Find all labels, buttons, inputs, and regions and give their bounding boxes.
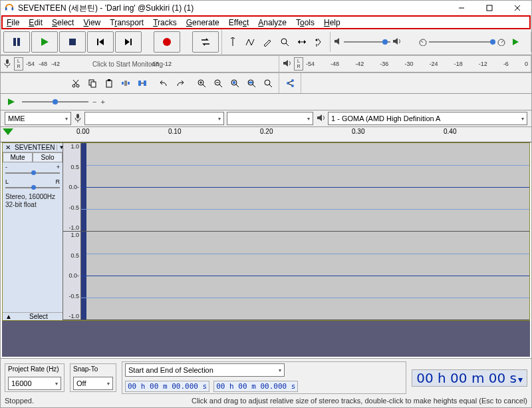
record-meter[interactable]: LR -54 -48 -42 Click to Start Monitoring… — [1, 56, 279, 72]
pause-button[interactable] — [3, 31, 30, 53]
svg-point-61 — [265, 80, 270, 85]
skip-end-button[interactable] — [115, 31, 142, 53]
play-at-speed-icon[interactable] — [5, 95, 18, 108]
gain-plus-icon: + — [100, 98, 104, 106]
play-speed-button[interactable] — [507, 34, 523, 50]
snap-combo[interactable]: Off▾ — [73, 377, 113, 390]
rec-device-combo[interactable]: ▾ — [84, 112, 224, 125]
playback-meter[interactable]: LR -54 -48 -42 -36 -30 -24 -18 -12 -6 0 — [279, 56, 531, 72]
track-name[interactable]: SEVENTEEN — [13, 143, 57, 152]
zoom-in-button[interactable] — [194, 75, 209, 91]
speaker-icon — [282, 59, 291, 69]
record-button[interactable] — [154, 31, 180, 53]
collapse-button[interactable]: ▲ — [3, 313, 15, 320]
audio-host-combo[interactable]: MME▾ — [5, 112, 71, 125]
svg-marker-26 — [393, 38, 398, 45]
mute-button[interactable]: Mute — [3, 152, 33, 162]
svg-line-67 — [289, 84, 292, 85]
silence-button[interactable] — [134, 75, 150, 91]
play-device-combo[interactable]: 1 - GOMA (AMD High Definition A▾ — [328, 112, 527, 125]
svg-marker-68 — [8, 99, 15, 105]
selection-tool[interactable] — [225, 34, 241, 50]
pan-slider[interactable] — [5, 187, 60, 188]
timeline-ruler[interactable]: 0.00 0.10 0.20 0.30 0.40 — [1, 127, 531, 142]
track-select-button[interactable]: Select — [15, 313, 63, 320]
svg-marker-70 — [317, 114, 322, 121]
stop-button[interactable] — [59, 31, 86, 53]
zoom-toggle-button[interactable] — [260, 75, 276, 91]
copy-button[interactable] — [84, 75, 100, 91]
svg-rect-47 — [144, 81, 146, 86]
share-audio-button[interactable] — [282, 75, 298, 91]
svg-rect-38 — [89, 80, 94, 85]
svg-point-23 — [316, 39, 318, 41]
multi-tool[interactable] — [311, 34, 327, 50]
envelope-tool[interactable] — [242, 34, 258, 50]
menu-tools[interactable]: Tools — [296, 18, 315, 27]
speed-high-icon — [497, 37, 506, 47]
svg-rect-56 — [233, 81, 235, 84]
svg-point-55 — [231, 80, 237, 85]
app-window: SEVENTEEN (세븐틴) - 'Darl ing' @Sukkiri (1… — [0, 0, 532, 408]
titlebar: SEVENTEEN (세븐틴) - 'Darl ing' @Sukkiri (1… — [1, 1, 531, 15]
zoom-tool[interactable] — [277, 34, 293, 50]
track-format-info: Stereo, 16000Hz 32-bit float — [3, 192, 63, 210]
rec-volume-slider[interactable] — [22, 101, 88, 102]
fit-project-button[interactable] — [243, 75, 259, 91]
menu-analyze[interactable]: Analyze — [258, 18, 287, 27]
play-button[interactable] — [31, 31, 58, 53]
playback-speed-slider[interactable] — [429, 41, 495, 43]
menu-transport[interactable]: Transport — [110, 18, 144, 27]
redo-button[interactable] — [172, 75, 188, 91]
meter-lr-icon: LR — [14, 57, 23, 71]
selection-mode-combo[interactable]: Start and End of Selection▾ — [125, 363, 285, 377]
timeshift-tool[interactable] — [294, 34, 310, 50]
loop-button[interactable] — [192, 31, 219, 53]
cut-button[interactable] — [68, 75, 84, 91]
skip-start-button[interactable] — [87, 31, 114, 53]
menu-effect[interactable]: Effect — [229, 18, 249, 27]
close-button[interactable] — [503, 1, 531, 15]
svg-point-63 — [287, 82, 289, 85]
draw-tool[interactable] — [259, 34, 275, 50]
maximize-button[interactable] — [475, 1, 503, 15]
rec-channels-combo[interactable]: ▾ — [227, 112, 313, 125]
trim-button[interactable] — [118, 75, 134, 91]
zoom-out-button[interactable] — [210, 75, 226, 91]
minimize-button[interactable] — [448, 1, 475, 15]
project-rate-label: Project Rate (Hz) — [8, 365, 59, 373]
waveform-display[interactable] — [81, 143, 529, 320]
menu-select[interactable]: Select — [52, 18, 74, 27]
meter-message: Click to Start Monitoring — [92, 61, 163, 68]
edit-toolbar — [1, 73, 279, 93]
output-volume-slider[interactable] — [344, 41, 390, 43]
menu-tracks[interactable]: Tracks — [153, 18, 177, 27]
gain-slider[interactable] — [5, 172, 60, 174]
svg-point-48 — [198, 80, 203, 85]
svg-rect-32 — [6, 59, 9, 64]
menu-view[interactable]: View — [83, 18, 100, 27]
paste-button[interactable] — [101, 75, 117, 91]
audio-position-display[interactable]: 00 h 00 m 00 s▾ — [412, 369, 527, 387]
svg-rect-41 — [108, 79, 110, 81]
svg-rect-45 — [138, 81, 141, 86]
svg-line-60 — [253, 85, 255, 87]
svg-point-35 — [76, 85, 79, 87]
undo-button[interactable] — [156, 75, 172, 91]
svg-line-16 — [231, 37, 233, 39]
fit-selection-button[interactable] — [227, 75, 243, 91]
track-close-button[interactable]: ✕ — [3, 144, 13, 151]
menu-help[interactable]: Help — [324, 18, 340, 27]
svg-line-30 — [501, 41, 503, 43]
project-rate-combo[interactable]: 16000▾ — [8, 377, 61, 390]
vertical-scale[interactable]: 1.0 0.5 0.0- -0.5 -1.0 1.0 0.5 0.0- -0.5… — [63, 143, 81, 320]
solo-button[interactable]: Solo — [33, 152, 63, 162]
menu-file[interactable]: File — [7, 18, 19, 27]
speaker-icon — [316, 113, 325, 124]
selection-start-input[interactable]: 00 h 00 m 00.000 s — [125, 381, 209, 392]
menu-generate[interactable]: Generate — [186, 18, 219, 27]
selection-end-input[interactable]: 00 h 00 m 00.000 s — [213, 381, 298, 392]
menu-edit[interactable]: Edit — [29, 18, 43, 27]
empty-track-space[interactable] — [2, 321, 530, 357]
timeline-quickplay-icon[interactable] — [3, 128, 13, 135]
